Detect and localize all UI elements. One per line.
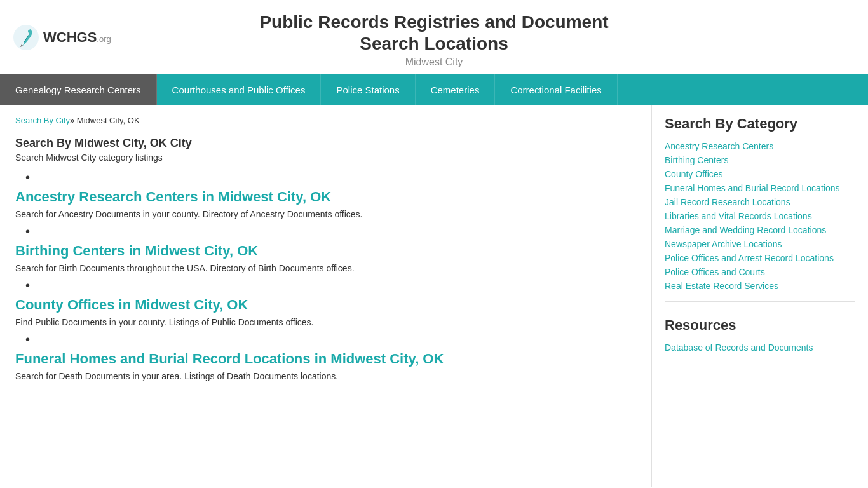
sidebar-resources-link-0[interactable]: Database of Records and Documents bbox=[665, 342, 855, 353]
sidebar-link-5[interactable]: Libraries and Vital Records Locations bbox=[665, 211, 855, 221]
nav-item-courthouses[interactable]: Courthouses and Public Offices bbox=[157, 74, 322, 105]
sidebar: Search By Category Ancestry Research Cen… bbox=[652, 105, 868, 367]
logo-icon bbox=[13, 24, 39, 51]
listing-desc-1: Search for Birth Documents throughout th… bbox=[15, 263, 636, 273]
breadcrumb: Search By City» Midwest City, OK bbox=[15, 116, 636, 125]
listing-title-1[interactable]: Birthing Centers in Midwest City, OK bbox=[15, 243, 636, 259]
bullet-2: • bbox=[25, 278, 636, 293]
svg-point-0 bbox=[13, 25, 39, 50]
main-layout: Search By City» Midwest City, OK Search … bbox=[0, 105, 868, 487]
search-desc: Search Midwest City category listings bbox=[15, 152, 636, 163]
sidebar-link-6[interactable]: Marriage and Wedding Record Locations bbox=[665, 225, 855, 235]
breadcrumb-current: Midwest City, OK bbox=[74, 116, 139, 125]
nav-item-genealogy[interactable]: Genealogy Research Centers bbox=[0, 74, 157, 105]
listing-desc-3: Search for Death Documents in your area.… bbox=[15, 371, 636, 381]
main-nav: Genealogy Research Centers Courthouses a… bbox=[0, 74, 868, 105]
logo-text-container: WCHGS.org bbox=[43, 29, 111, 46]
listing-title-0[interactable]: Ancestry Research Centers in Midwest Cit… bbox=[15, 189, 636, 205]
search-heading: Search By Midwest City, OK City bbox=[15, 137, 636, 150]
sidebar-link-0[interactable]: Ancestry Research Centers bbox=[665, 141, 855, 151]
nav-item-correctional[interactable]: Correctional Facilities bbox=[495, 74, 617, 105]
nav-item-police[interactable]: Police Stations bbox=[321, 74, 415, 105]
sidebar-link-8[interactable]: Police Offices and Arrest Record Locatio… bbox=[665, 253, 855, 263]
sidebar-link-10[interactable]: Real Estate Record Services bbox=[665, 281, 855, 291]
page-subtitle: Midwest City bbox=[259, 57, 608, 68]
sidebar-link-2[interactable]: County Offices bbox=[665, 169, 855, 179]
breadcrumb-link[interactable]: Search By City bbox=[15, 116, 70, 125]
sidebar-link-7[interactable]: Newspaper Archive Locations bbox=[665, 239, 855, 249]
sidebar-link-9[interactable]: Police Offices and Courts bbox=[665, 267, 855, 277]
sidebar-divider bbox=[665, 301, 855, 302]
content-area: Search By City» Midwest City, OK Search … bbox=[0, 105, 652, 487]
listing-desc-0: Search for Ancestry Documents in your co… bbox=[15, 209, 636, 219]
nav-item-cemeteries[interactable]: Cemeteries bbox=[416, 74, 496, 105]
listing-desc-2: Find Public Documents in your county. Li… bbox=[15, 317, 636, 327]
sidebar-link-4[interactable]: Jail Record Research Locations bbox=[665, 197, 855, 207]
sidebar-resources-title: Resources bbox=[665, 317, 855, 334]
logo-org: .org bbox=[97, 34, 111, 44]
bullet-0: • bbox=[25, 170, 636, 185]
sidebar-category-title: Search By Category bbox=[665, 116, 855, 132]
page-title-line1: Public Records Registries and Document S… bbox=[259, 11, 608, 54]
listing-title-2[interactable]: County Offices in Midwest City, OK bbox=[15, 297, 636, 313]
sidebar-link-3[interactable]: Funeral Homes and Burial Record Location… bbox=[665, 183, 855, 193]
listing-title-3[interactable]: Funeral Homes and Burial Record Location… bbox=[15, 351, 636, 367]
bullet-1: • bbox=[25, 224, 636, 239]
bullet-3: • bbox=[25, 332, 636, 347]
logo-area[interactable]: WCHGS.org bbox=[13, 24, 111, 51]
sidebar-link-1[interactable]: Birthing Centers bbox=[665, 155, 855, 165]
logo-brand: WCHGS bbox=[43, 29, 97, 45]
header: WCHGS.org Public Records Registries and … bbox=[0, 0, 868, 74]
site-title: Public Records Registries and Document S… bbox=[259, 11, 608, 68]
